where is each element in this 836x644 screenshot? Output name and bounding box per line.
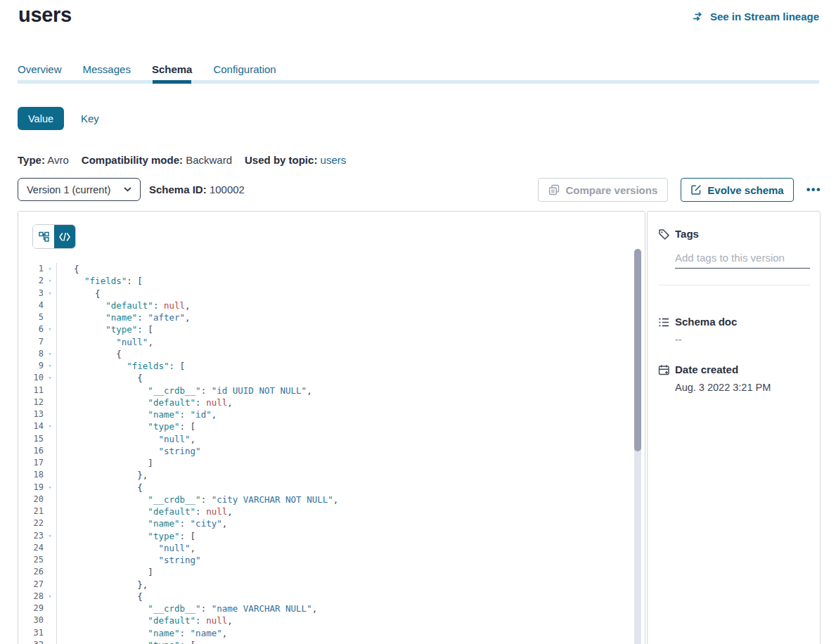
line-number: 22	[18, 517, 44, 529]
fold-arrow-icon[interactable]: ▾	[44, 372, 57, 384]
tags-input[interactable]	[675, 247, 810, 269]
fold-arrow-icon[interactable]: ▾	[44, 530, 57, 542]
fold-spacer	[44, 336, 57, 348]
editor-scrollbar[interactable]	[634, 249, 641, 644]
fold-arrow-icon[interactable]: ▾	[44, 275, 57, 287]
fold-arrow-icon[interactable]: ▾	[44, 420, 57, 432]
evolve-schema-button[interactable]: Evolve schema	[681, 178, 793, 202]
fold-spacer	[44, 311, 57, 323]
value-key-toggle: Value Key	[18, 107, 99, 130]
code-view-icon	[59, 233, 70, 241]
code-view-button[interactable]	[54, 225, 75, 248]
line-number: 9	[18, 360, 44, 372]
code-text: "name": "name",	[57, 627, 227, 639]
fold-spacer	[44, 579, 57, 591]
schema-id-value: 100002	[210, 183, 245, 195]
code-text: {	[57, 348, 122, 360]
schema-id-label: Schema ID:	[149, 183, 207, 195]
fold-arrow-icon[interactable]: ▾	[44, 348, 57, 360]
fold-spacer	[44, 433, 57, 445]
more-options-button[interactable]: •••	[806, 183, 821, 196]
code-editor[interactable]: 1▾{2▾ "fields": [3▾ {4 "default": null,5…	[18, 249, 645, 644]
code-text: {	[57, 591, 143, 603]
line-number: 5	[18, 311, 44, 323]
code-line: 15 "null",	[18, 433, 645, 445]
schema-meta: Type: Avro Compatibility mode: Backward …	[18, 154, 346, 166]
key-toggle-link[interactable]: Key	[81, 112, 99, 124]
code-line: 31 "name": "name",	[18, 627, 645, 639]
code-text: "name": "city",	[57, 517, 227, 529]
fold-spacer	[44, 385, 57, 397]
code-line: 14▾ "type": [	[18, 420, 645, 432]
code-text: ]	[57, 457, 153, 469]
line-number: 17	[18, 457, 44, 469]
stream-lineage-link[interactable]: See in Stream lineage	[693, 11, 819, 22]
tab-overview[interactable]: Overview	[18, 63, 62, 75]
code-line: 11 "__crdb__": "id UUID NOT NULL",	[18, 385, 645, 397]
compatibility-label: Compatibility mode:	[82, 154, 183, 166]
line-number: 31	[18, 627, 44, 639]
code-text: "default": null,	[57, 505, 233, 517]
fold-spacer	[44, 542, 57, 554]
tab-messages[interactable]: Messages	[83, 63, 131, 75]
code-line: 10▾ {	[18, 372, 645, 384]
code-text: "default": null,	[57, 397, 233, 408]
tab-bar: Overview Messages Schema Configuration	[18, 63, 276, 75]
code-text: {	[57, 482, 143, 494]
fold-arrow-icon[interactable]: ▾	[44, 263, 57, 275]
code-text: "__crdb__": "city VARCHAR NOT NULL",	[57, 494, 338, 505]
code-line: 8▾ {	[18, 348, 645, 360]
tab-schema[interactable]: Schema	[152, 63, 193, 75]
topic-link[interactable]: users	[321, 154, 347, 166]
stream-lineage-label: See in Stream lineage	[710, 11, 819, 22]
compare-versions-label: Compare versions	[565, 184, 657, 196]
chevron-down-icon	[124, 187, 131, 192]
code-text: {	[57, 372, 143, 384]
fold-arrow-icon[interactable]: ▾	[44, 360, 57, 372]
compatibility-value: Backward	[186, 154, 232, 166]
version-select[interactable]: Version 1 (current)	[18, 178, 141, 201]
line-number: 28	[18, 591, 44, 603]
code-text: "default": null,	[57, 614, 233, 626]
code-text: ]	[57, 566, 153, 578]
code-line: 7 "null",	[18, 336, 645, 348]
fold-arrow-icon[interactable]: ▾	[44, 323, 57, 335]
code-line: 26 ]	[18, 566, 645, 578]
line-number: 15	[18, 433, 44, 445]
meta-compatibility: Compatibility mode: Backward	[82, 154, 232, 166]
code-line: 1▾{	[18, 263, 645, 275]
compare-versions-button[interactable]: Compare versions	[538, 178, 668, 202]
editor-view-toggle	[32, 224, 76, 249]
code-text: },	[57, 469, 148, 481]
line-number: 30	[18, 614, 44, 626]
date-created-value: Aug. 3 2022 3:21 PM	[675, 382, 771, 393]
version-row: Version 1 (current) Schema ID: 100002	[18, 178, 245, 201]
line-number: 20	[18, 494, 44, 505]
fold-arrow-icon[interactable]: ▾	[44, 639, 57, 644]
code-line: 30 "default": null,	[18, 614, 645, 626]
date-created-title: Date created	[675, 363, 738, 375]
code-line: 22 "name": "city",	[18, 517, 645, 529]
editor-scrollbar-thumb[interactable]	[634, 249, 641, 451]
schema-doc-icon	[658, 316, 670, 331]
code-text: "name": "id",	[57, 408, 217, 420]
fold-spacer	[44, 627, 57, 639]
fold-arrow-icon[interactable]: ▾	[44, 591, 57, 603]
code-text: {	[57, 263, 79, 275]
line-number: 14	[18, 420, 44, 432]
line-number: 32	[18, 639, 44, 644]
version-actions: Compare versions Evolve schema •••	[538, 178, 821, 202]
code-line: 6▾ "type": [	[18, 323, 645, 335]
value-toggle-button[interactable]: Value	[18, 107, 64, 130]
line-number: 29	[18, 603, 44, 614]
fold-arrow-icon[interactable]: ▾	[44, 288, 57, 300]
code-line: 17 ]	[18, 457, 645, 469]
fold-spacer	[44, 408, 57, 420]
code-line: 24 "null",	[18, 542, 645, 554]
line-number: 2	[18, 275, 44, 287]
fold-arrow-icon[interactable]: ▾	[44, 482, 57, 494]
code-text: "type": [	[57, 639, 195, 644]
code-line: 29 "__crdb__": "name VARCHAR NULL",	[18, 603, 645, 614]
tab-configuration[interactable]: Configuration	[213, 63, 276, 75]
tree-view-button[interactable]	[33, 225, 54, 248]
